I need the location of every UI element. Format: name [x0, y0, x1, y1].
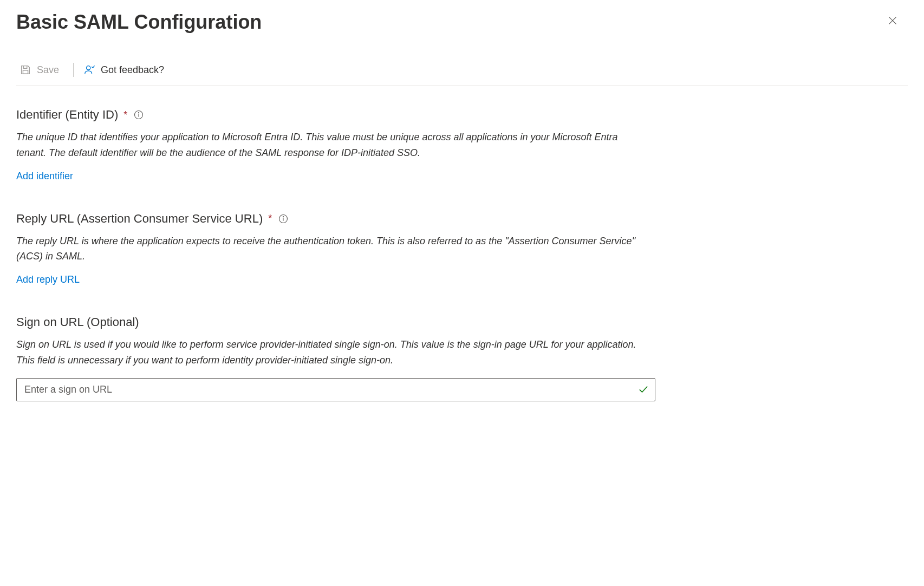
save-icon [19, 64, 31, 76]
close-button[interactable] [883, 11, 902, 32]
add-reply-url-link[interactable]: Add reply URL [16, 274, 80, 285]
identifier-title: Identifier (Entity ID) [16, 108, 118, 122]
feedback-icon [83, 64, 95, 76]
sign-on-url-input[interactable] [16, 378, 655, 401]
reply-url-description: The reply URL is where the application e… [16, 233, 645, 265]
checkmark-icon [638, 384, 649, 395]
sign-on-url-description: Sign on URL is used if you would like to… [16, 337, 645, 368]
identifier-section: Identifier (Entity ID) * The unique ID t… [16, 108, 908, 182]
info-icon[interactable] [278, 214, 288, 224]
page-title: Basic SAML Configuration [16, 11, 262, 34]
svg-point-6 [139, 113, 139, 113]
required-indicator: * [123, 109, 127, 121]
sign-on-url-section: Sign on URL (Optional) Sign on URL is us… [16, 315, 908, 401]
svg-point-3 [87, 66, 90, 70]
add-identifier-link[interactable]: Add identifier [16, 171, 73, 182]
toolbar: Save Got feedback? [16, 61, 908, 86]
feedback-button[interactable]: Got feedback? [80, 61, 172, 79]
reply-url-title: Reply URL (Assertion Consumer Service UR… [16, 212, 263, 226]
close-icon [887, 15, 898, 26]
info-icon[interactable] [134, 110, 144, 120]
reply-url-section: Reply URL (Assertion Consumer Service UR… [16, 212, 908, 286]
save-button[interactable]: Save [16, 61, 67, 79]
svg-point-9 [283, 216, 284, 217]
required-indicator: * [268, 213, 272, 224]
svg-rect-2 [23, 70, 28, 74]
sign-on-url-title: Sign on URL (Optional) [16, 315, 139, 329]
identifier-description: The unique ID that identifies your appli… [16, 129, 645, 161]
toolbar-divider [73, 63, 74, 77]
save-button-label: Save [37, 64, 59, 76]
feedback-button-label: Got feedback? [101, 64, 164, 76]
